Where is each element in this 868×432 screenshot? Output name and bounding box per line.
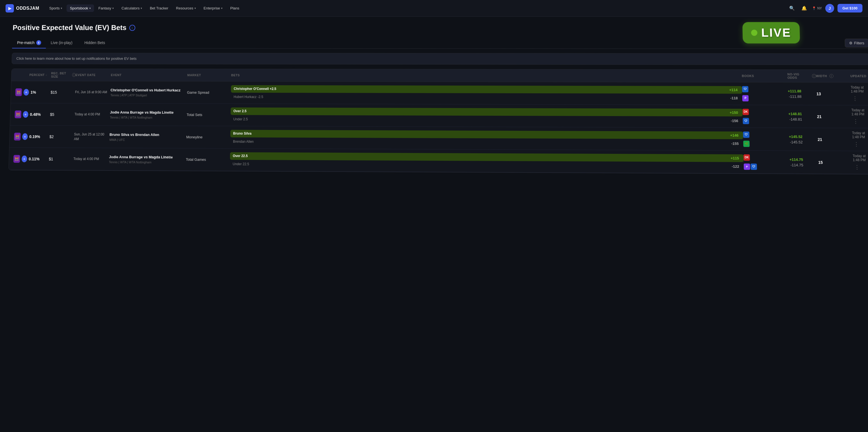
no-vig-cell: +145.52 -145.52: [789, 134, 803, 144]
tab-prematch[interactable]: Pre-match 4: [12, 37, 46, 49]
nav-label-fantasy: Fantasy: [98, 6, 111, 10]
nav-item-bet-tracker[interactable]: Bet Tracker: [147, 4, 172, 12]
page-info-icon[interactable]: i: [129, 25, 135, 31]
add-bet-button[interactable]: +: [21, 155, 27, 162]
th-rec-bet: REC. BET SIZE i: [51, 71, 76, 78]
bet-bot-name: Under 2.5: [233, 117, 248, 121]
chevron-down-icon: ▾: [194, 7, 196, 10]
event-name: Christopher O'Connell vs Hubert Hurkacz: [111, 88, 180, 93]
notifications-button[interactable]: 🔔: [800, 4, 809, 13]
nav-right: 🔍 🔔 📍 NY J Get $100: [787, 4, 863, 13]
row2-rec-bet: $5: [50, 112, 74, 117]
calculator-icon[interactable]: 🧮: [15, 110, 21, 118]
chevron-down-icon: ▾: [89, 7, 91, 10]
logo-icon: ▶: [5, 4, 14, 12]
add-bet-button[interactable]: +: [23, 89, 29, 95]
row3-updated: Today at 1:48 PM ⋮: [852, 131, 867, 148]
rec-bet-value: $1: [49, 156, 53, 161]
add-bet-button[interactable]: +: [22, 133, 28, 140]
bet-top-odds: +114: [729, 88, 738, 92]
no-vig-info-icon[interactable]: i: [812, 74, 816, 78]
row2-bets: Over 2.5 +150 Under 2.5 -156: [230, 107, 743, 124]
th-no-vig: NO-VIG ODDS i: [787, 73, 816, 79]
calculator-icon[interactable]: 🧮: [13, 155, 20, 163]
th-percent[interactable]: PERCENT ↓: [29, 71, 51, 78]
row3-bets: Bruno Silva +146 Brendan Allen -155: [230, 129, 743, 147]
more-options-button[interactable]: ⋮: [852, 140, 861, 148]
tab-prematch-badge: 4: [36, 40, 41, 45]
logo-text: ODDSJAM: [16, 6, 39, 11]
event-name: Bruno Silva vs Brendan Allen: [110, 133, 159, 138]
table-row: 🧮 + 0.19% $2 Sun, Jun 25 at 12:00 AM Bru…: [9, 125, 868, 151]
nav-label-bet-tracker: Bet Tracker: [150, 6, 168, 10]
rec-bet-value: $15: [51, 90, 57, 94]
no-vig-cell: +148.81 -148.81: [788, 112, 802, 121]
row1-width: 13: [816, 91, 851, 96]
nav-item-plans[interactable]: Plans: [227, 4, 243, 12]
book-icon-bot: P: [742, 95, 749, 101]
tab-live[interactable]: Live (in-play): [46, 38, 78, 48]
nav-item-sportsbook[interactable]: Sportsbook ▾: [67, 4, 94, 12]
th-books: BOOKS: [742, 73, 787, 79]
nav-item-fantasy[interactable]: Fantasy ▾: [95, 4, 117, 12]
calculator-icon[interactable]: 🧮: [15, 88, 22, 96]
more-options-button[interactable]: ⋮: [853, 163, 861, 171]
bet-row-bottom: Under 22.5 -122: [230, 161, 744, 170]
more-options-button[interactable]: ⋮: [851, 117, 860, 125]
user-avatar[interactable]: J: [825, 4, 834, 13]
event-date-value: Fri, Jun 16 at 9:00 AM: [75, 90, 107, 95]
tab-hidden-bets[interactable]: Hidden Bets: [79, 38, 110, 48]
row3-percent: 0.19%: [28, 134, 50, 139]
table-row: 🧮 + 0.11% $1 Today at 4:00 PM Jodie Anna…: [9, 148, 868, 174]
notification-bar[interactable]: Click here to learn more about how to se…: [12, 53, 868, 65]
rec-bet-info-icon[interactable]: i: [72, 73, 75, 77]
nav-item-sports[interactable]: Sports ▾: [46, 4, 66, 12]
bet-top-name: Bruno Silva: [233, 132, 252, 136]
row1-percent: 1%: [29, 90, 51, 94]
bet-top-name: Over 22.5: [233, 154, 248, 158]
event-sub: MMA | UFC: [109, 138, 125, 141]
bet-bot-name: Hubert Hurkacz -2.5: [234, 95, 263, 99]
calculator-icon[interactable]: 🧮: [14, 133, 21, 140]
notification-text: Click here to learn more about how to se…: [17, 56, 137, 60]
search-button[interactable]: 🔍: [787, 4, 797, 13]
bet-top-odds: +115: [731, 156, 739, 160]
width-value: 15: [818, 160, 823, 165]
row1-market: Game Spread: [187, 90, 231, 94]
nav-item-resources[interactable]: Resources ▾: [173, 4, 199, 12]
width-value: 21: [817, 137, 822, 142]
filters-label: Filters: [854, 41, 864, 45]
width-value: 13: [816, 91, 821, 96]
nav-item-enterprise[interactable]: Enterprise ▾: [200, 4, 226, 12]
th-market: MARKET: [187, 71, 231, 78]
row3-width: 21: [817, 137, 852, 142]
chevron-down-icon: ▾: [221, 7, 222, 10]
table-row: 🧮 + 1% $15 Fri, Jun 16 at 9:00 AM Christ…: [11, 81, 868, 105]
live-text: LIVE: [761, 26, 792, 40]
bet-bot-odds: -155: [731, 141, 739, 146]
logo-area[interactable]: ▶ ODDSJAM: [5, 4, 39, 12]
nav-item-calculators[interactable]: Calculators ▾: [118, 4, 145, 12]
bet-row-top[interactable]: Over 22.5 +115: [230, 152, 744, 162]
bet-bot-odds: -122: [732, 164, 739, 169]
page-title-area: Positive Expected Value (EV) Bets i: [12, 23, 868, 32]
bets-cell: Over 2.5 +150 Under 2.5 -156: [230, 107, 743, 124]
bet-row-top[interactable]: Christopher O'Connell +2.5 +114: [231, 85, 742, 93]
bet-row-top[interactable]: Bruno Silva +146: [230, 129, 743, 139]
width-info-icon[interactable]: i: [829, 74, 833, 78]
row2-updated: Today at 1:48 PM ⋮: [851, 108, 866, 125]
bet-bot-odds: -118: [731, 96, 738, 100]
get-money-button[interactable]: Get $100: [837, 4, 863, 12]
bet-row-top[interactable]: Over 2.5 +150: [230, 107, 743, 116]
nav-label-plans: Plans: [230, 6, 239, 10]
row2-icons: 🧮 +: [15, 110, 29, 118]
add-bet-button[interactable]: +: [23, 111, 29, 118]
navbar: ▶ ODDSJAM Sports ▾ Sportsbook ▾ Fantasy …: [0, 0, 868, 17]
th-updated: UPDATED: [850, 73, 865, 80]
no-vig-cell: +114.75 -114.75: [789, 157, 803, 167]
more-options-button[interactable]: ⋮: [851, 94, 859, 103]
updated-value: Today at 1:48 PM: [850, 85, 865, 93]
row2-market: Total Sets: [187, 113, 231, 117]
filters-button[interactable]: ⚙ Filters: [845, 38, 868, 48]
main-content: Positive Expected Value (EV) Bets i Pre-…: [2, 17, 868, 181]
